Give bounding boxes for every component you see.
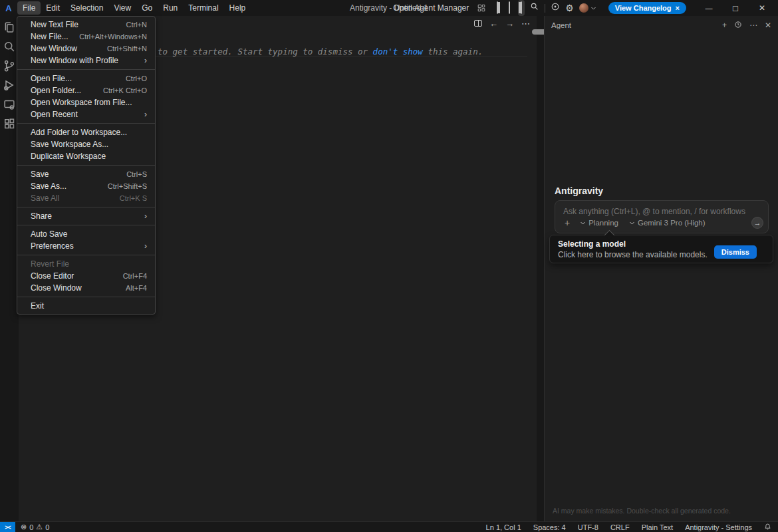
navigate-back-icon[interactable]: ← xyxy=(489,19,498,29)
encoding[interactable]: UTF-8 xyxy=(578,523,598,531)
close-panel-icon[interactable]: ✕ xyxy=(765,21,771,30)
menu-separator xyxy=(17,297,155,297)
settings-gear-icon[interactable]: ⚙ xyxy=(565,3,574,13)
menu-item-auto-save[interactable]: Auto Save xyxy=(17,228,155,240)
view-changelog-button[interactable]: View Changelog × xyxy=(608,2,686,14)
source-control-icon[interactable] xyxy=(2,59,17,73)
menubar-view[interactable]: View xyxy=(108,1,136,15)
menu-item-shortcut: Ctrl+Shift+S xyxy=(108,182,147,190)
menu-item-label: Save All xyxy=(31,194,59,203)
menubar-file[interactable]: File xyxy=(17,1,41,15)
model-label: Gemini 3 Pro (High) xyxy=(638,219,706,227)
menu-item-save-workspace-as[interactable]: Save Workspace As... xyxy=(17,138,155,150)
menu-separator xyxy=(17,69,155,70)
ai-disclaimer: AI may make mistakes. Double-check all g… xyxy=(553,507,731,515)
search-sidebar-icon[interactable] xyxy=(2,39,17,54)
changelog-close-icon[interactable]: × xyxy=(676,4,680,12)
notifications-bell-icon[interactable] xyxy=(764,523,771,532)
close-window-button[interactable]: ✕ xyxy=(751,0,773,16)
agent-input-placeholder: Ask anything (Ctrl+L), @ to mention, / f… xyxy=(563,207,745,216)
indentation[interactable]: Spaces: 4 xyxy=(533,523,566,531)
maximize-button[interactable]: □ xyxy=(725,0,746,16)
menu-item-new-file[interactable]: New File...Ctrl+Alt+Windows+N xyxy=(17,31,155,43)
menu-item-open-recent[interactable]: Open Recent› xyxy=(17,108,155,120)
menubar-run[interactable]: Run xyxy=(158,1,183,15)
new-chat-icon[interactable]: + xyxy=(722,21,727,30)
menubar-go[interactable]: Go xyxy=(136,1,158,15)
submenu-arrow-icon: › xyxy=(144,241,147,251)
chevron-down-icon xyxy=(629,220,635,226)
more-actions-icon[interactable]: ⋯ xyxy=(521,19,530,29)
agent-panel: Agent + ⋯ ✕ Antigravity Ask anything (Ct… xyxy=(544,16,778,521)
menubar-selection[interactable]: Selection xyxy=(65,1,108,15)
toggle-primary-sidebar-icon[interactable] xyxy=(494,0,501,16)
menu-item-close-window[interactable]: Close WindowAlt+F4 xyxy=(17,282,155,294)
split-editor-icon[interactable] xyxy=(474,20,482,27)
menu-item-open-workspace-from-file[interactable]: Open Workspace from File... xyxy=(17,96,155,108)
account-menu[interactable] xyxy=(579,3,596,13)
search-icon[interactable] xyxy=(530,2,539,14)
avatar xyxy=(579,3,588,13)
problems-status[interactable]: ⊗ 0 ⚠ 0 xyxy=(15,523,49,531)
eol-sequence[interactable]: CRLF xyxy=(610,523,630,531)
extensions-icon[interactable] xyxy=(2,116,17,131)
run-debug-icon[interactable] xyxy=(2,78,17,92)
activity-bar xyxy=(0,16,19,521)
menubar-terminal[interactable]: Terminal xyxy=(183,1,223,15)
model-dropdown[interactable]: Gemini 3 Pro (High) xyxy=(626,219,709,227)
remote-indicator[interactable]: >< xyxy=(0,522,15,532)
menu-item-preferences[interactable]: Preferences› xyxy=(17,240,155,252)
menu-item-label: Revert File xyxy=(31,259,69,269)
history-icon[interactable] xyxy=(734,21,742,31)
attach-plus-icon[interactable]: + xyxy=(562,217,573,228)
menu-item-label: New Window with Profile xyxy=(31,56,118,65)
remote-explorer-icon[interactable] xyxy=(2,97,17,112)
toggle-panel-icon[interactable] xyxy=(506,0,513,16)
agent-input-box[interactable]: Ask anything (Ctrl+L), @ to mention, / f… xyxy=(555,200,769,233)
menu-item-open-file[interactable]: Open File...Ctrl+O xyxy=(17,72,155,84)
menu-item-new-window[interactable]: New WindowCtrl+Shift+N xyxy=(17,43,155,55)
menu-item-label: New File... xyxy=(31,32,68,41)
hint-text-post: this again. xyxy=(423,47,483,57)
toggle-secondary-sidebar-icon[interactable] xyxy=(518,0,525,16)
menubar-help[interactable]: Help xyxy=(224,1,251,15)
navigate-forward-icon[interactable]: → xyxy=(505,19,514,29)
globe-icon[interactable] xyxy=(551,2,560,14)
open-agent-manager-button[interactable]: Open Agent Manager xyxy=(393,3,469,13)
menu-item-duplicate-workspace[interactable]: Duplicate Workspace xyxy=(17,150,155,162)
menu-item-exit[interactable]: Exit xyxy=(17,300,155,312)
menu-item-close-editor[interactable]: Close EditorCtrl+F4 xyxy=(17,270,155,282)
dont-show-link[interactable]: don't show xyxy=(373,47,423,57)
menu-item-label: Exit xyxy=(31,301,44,311)
warning-icon: ⚠ xyxy=(36,523,43,531)
send-button[interactable]: → xyxy=(751,217,763,229)
menu-item-label: Open Recent xyxy=(31,110,78,119)
menu-item-shortcut: Ctrl+F4 xyxy=(123,272,147,280)
explorer-icon[interactable] xyxy=(2,20,17,35)
menu-item-shortcut: Alt+F4 xyxy=(126,284,147,292)
popup-body[interactable]: Click here to browse the available model… xyxy=(558,250,708,259)
menu-item-open-folder[interactable]: Open Folder...Ctrl+K Ctrl+O xyxy=(17,84,155,96)
minimize-button[interactable]: — xyxy=(698,0,719,16)
menu-item-label: Duplicate Workspace xyxy=(31,152,106,161)
menu-item-new-window-with-profile[interactable]: New Window with Profile› xyxy=(17,55,155,66)
more-icon[interactable]: ⋯ xyxy=(749,21,757,30)
menu-item-share[interactable]: Share› xyxy=(17,210,155,222)
menu-item-save-as[interactable]: Save As...Ctrl+Shift+S xyxy=(17,180,155,192)
dismiss-button[interactable]: Dismiss xyxy=(714,245,757,259)
planning-dropdown[interactable]: Planning xyxy=(577,219,622,227)
menu-item-label: Preferences xyxy=(31,241,74,251)
menu-item-label: Save As... xyxy=(31,182,66,191)
agent-manager-icon[interactable] xyxy=(474,1,489,15)
language-mode[interactable]: Plain Text xyxy=(642,523,674,531)
status-bar: >< ⊗ 0 ⚠ 0 Ln 1, Col 1 Spaces: 4 UTF-8 C… xyxy=(0,521,778,532)
titlebar-right-controls: Open Agent Manager ⚙ View Changelog × — … xyxy=(393,0,778,16)
menu-item-shortcut: Ctrl+K S xyxy=(120,194,147,202)
menu-item-add-folder-to-workspace[interactable]: Add Folder to Workspace... xyxy=(17,126,155,138)
menubar: File Edit Selection View Go Run Terminal… xyxy=(17,0,251,16)
menu-item-new-text-file[interactable]: New Text FileCtrl+N xyxy=(17,19,155,31)
menu-item-save[interactable]: SaveCtrl+S xyxy=(17,168,155,180)
settings-status[interactable]: Antigravity - Settings xyxy=(685,523,752,531)
cursor-position[interactable]: Ln 1, Col 1 xyxy=(486,523,521,531)
menubar-edit[interactable]: Edit xyxy=(41,1,65,15)
